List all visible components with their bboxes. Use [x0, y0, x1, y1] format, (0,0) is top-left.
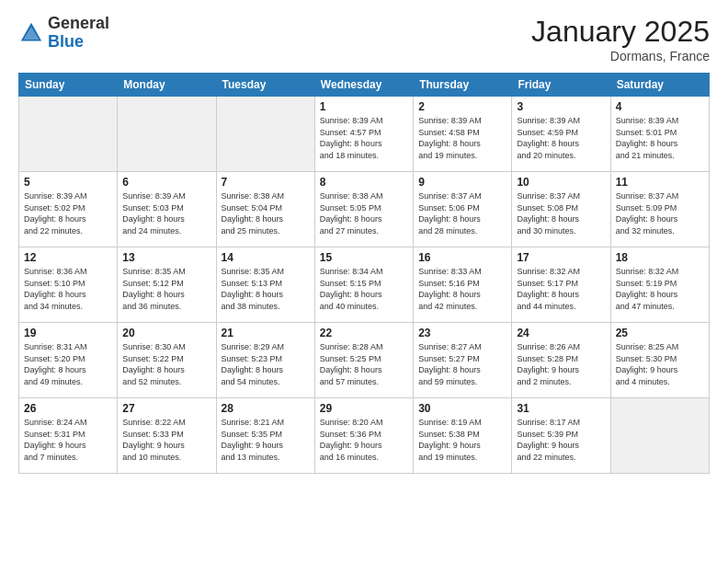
day-info: Sunrise: 8:32 AM Sunset: 5:19 PM Dayligh…	[616, 266, 704, 312]
col-header-tuesday: Tuesday	[216, 74, 314, 97]
day-info: Sunrise: 8:26 AM Sunset: 5:28 PM Dayligh…	[517, 341, 605, 387]
calendar-cell: 22Sunrise: 8:28 AM Sunset: 5:25 PM Dayli…	[314, 323, 413, 398]
day-number: 23	[418, 327, 506, 339]
calendar-cell: 10Sunrise: 8:37 AM Sunset: 5:08 PM Dayli…	[512, 172, 610, 247]
calendar-cell: 30Sunrise: 8:19 AM Sunset: 5:38 PM Dayli…	[414, 398, 512, 474]
day-number: 20	[122, 327, 210, 339]
day-info: Sunrise: 8:37 AM Sunset: 5:06 PM Dayligh…	[418, 190, 506, 236]
week-row-5: 26Sunrise: 8:24 AM Sunset: 5:31 PM Dayli…	[19, 398, 710, 474]
calendar-cell: 6Sunrise: 8:39 AM Sunset: 5:03 PM Daylig…	[118, 172, 216, 247]
day-number: 9	[418, 176, 506, 189]
calendar-cell	[19, 97, 118, 172]
calendar-cell: 18Sunrise: 8:32 AM Sunset: 5:19 PM Dayli…	[610, 247, 709, 323]
calendar-cell: 3Sunrise: 8:39 AM Sunset: 4:59 PM Daylig…	[512, 97, 610, 172]
day-number: 27	[122, 402, 210, 415]
day-number: 30	[418, 402, 506, 415]
day-number: 5	[24, 176, 112, 189]
day-info: Sunrise: 8:32 AM Sunset: 5:17 PM Dayligh…	[517, 266, 605, 312]
day-number: 8	[320, 176, 408, 189]
day-number: 28	[222, 402, 310, 415]
day-number: 13	[122, 251, 210, 264]
logo-icon	[18, 20, 44, 46]
day-info: Sunrise: 8:37 AM Sunset: 5:09 PM Dayligh…	[616, 190, 704, 236]
calendar-cell: 15Sunrise: 8:34 AM Sunset: 5:15 PM Dayli…	[314, 247, 413, 323]
day-info: Sunrise: 8:39 AM Sunset: 4:58 PM Dayligh…	[418, 115, 506, 161]
calendar-cell: 25Sunrise: 8:25 AM Sunset: 5:30 PM Dayli…	[610, 323, 709, 398]
day-info: Sunrise: 8:21 AM Sunset: 5:35 PM Dayligh…	[222, 417, 310, 463]
col-header-saturday: Saturday	[610, 74, 709, 97]
calendar-cell	[118, 97, 216, 172]
day-info: Sunrise: 8:29 AM Sunset: 5:23 PM Dayligh…	[222, 341, 310, 387]
day-info: Sunrise: 8:27 AM Sunset: 5:27 PM Dayligh…	[418, 341, 506, 387]
calendar-cell: 7Sunrise: 8:38 AM Sunset: 5:04 PM Daylig…	[216, 172, 314, 247]
calendar-cell: 13Sunrise: 8:35 AM Sunset: 5:12 PM Dayli…	[118, 247, 216, 323]
day-info: Sunrise: 8:34 AM Sunset: 5:15 PM Dayligh…	[320, 266, 408, 312]
month-title: January 2025	[531, 15, 710, 49]
day-number: 2	[418, 100, 506, 113]
calendar-cell: 21Sunrise: 8:29 AM Sunset: 5:23 PM Dayli…	[216, 323, 314, 398]
day-info: Sunrise: 8:39 AM Sunset: 4:57 PM Dayligh…	[320, 115, 408, 161]
week-row-3: 12Sunrise: 8:36 AM Sunset: 5:10 PM Dayli…	[19, 247, 710, 323]
day-info: Sunrise: 8:24 AM Sunset: 5:31 PM Dayligh…	[24, 417, 112, 463]
calendar-cell	[610, 398, 709, 474]
day-info: Sunrise: 8:39 AM Sunset: 5:02 PM Dayligh…	[24, 190, 112, 236]
col-header-friday: Friday	[512, 74, 610, 97]
calendar-cell: 31Sunrise: 8:17 AM Sunset: 5:39 PM Dayli…	[512, 398, 610, 474]
day-info: Sunrise: 8:17 AM Sunset: 5:39 PM Dayligh…	[517, 417, 605, 463]
calendar-cell: 24Sunrise: 8:26 AM Sunset: 5:28 PM Dayli…	[512, 323, 610, 398]
calendar-cell: 23Sunrise: 8:27 AM Sunset: 5:27 PM Dayli…	[414, 323, 512, 398]
day-number: 26	[24, 402, 112, 415]
day-info: Sunrise: 8:19 AM Sunset: 5:38 PM Dayligh…	[418, 417, 506, 463]
day-info: Sunrise: 8:38 AM Sunset: 5:04 PM Dayligh…	[222, 190, 310, 236]
calendar-cell: 4Sunrise: 8:39 AM Sunset: 5:01 PM Daylig…	[610, 97, 709, 172]
logo-blue: Blue	[48, 33, 109, 52]
day-number: 7	[222, 176, 310, 189]
day-number: 25	[616, 327, 704, 339]
title-block: January 2025 Dormans, France	[531, 15, 710, 63]
calendar-cell: 20Sunrise: 8:30 AM Sunset: 5:22 PM Dayli…	[118, 323, 216, 398]
day-number: 1	[320, 100, 408, 113]
day-number: 21	[222, 327, 310, 339]
calendar-cell: 17Sunrise: 8:32 AM Sunset: 5:17 PM Dayli…	[512, 247, 610, 323]
col-header-wednesday: Wednesday	[314, 74, 413, 97]
day-number: 6	[122, 176, 210, 189]
day-number: 14	[222, 251, 310, 264]
week-row-1: 1Sunrise: 8:39 AM Sunset: 4:57 PM Daylig…	[19, 97, 710, 172]
calendar-cell: 2Sunrise: 8:39 AM Sunset: 4:58 PM Daylig…	[414, 97, 512, 172]
col-header-monday: Monday	[118, 74, 216, 97]
day-info: Sunrise: 8:38 AM Sunset: 5:05 PM Dayligh…	[320, 190, 408, 236]
day-info: Sunrise: 8:39 AM Sunset: 5:01 PM Dayligh…	[616, 115, 704, 161]
day-number: 3	[517, 100, 605, 113]
day-number: 10	[517, 176, 605, 189]
page: General Blue January 2025 Dormans, Franc…	[0, 0, 728, 563]
calendar: SundayMondayTuesdayWednesdayThursdayFrid…	[18, 73, 710, 474]
logo-text: General Blue	[48, 15, 109, 52]
calendar-cell: 14Sunrise: 8:35 AM Sunset: 5:13 PM Dayli…	[216, 247, 314, 323]
calendar-cell: 27Sunrise: 8:22 AM Sunset: 5:33 PM Dayli…	[118, 398, 216, 474]
calendar-cell: 11Sunrise: 8:37 AM Sunset: 5:09 PM Dayli…	[610, 172, 709, 247]
day-info: Sunrise: 8:35 AM Sunset: 5:12 PM Dayligh…	[122, 266, 210, 312]
day-number: 24	[517, 327, 605, 339]
day-info: Sunrise: 8:35 AM Sunset: 5:13 PM Dayligh…	[222, 266, 310, 312]
day-info: Sunrise: 8:20 AM Sunset: 5:36 PM Dayligh…	[320, 417, 408, 463]
day-info: Sunrise: 8:39 AM Sunset: 5:03 PM Dayligh…	[122, 190, 210, 236]
col-header-sunday: Sunday	[19, 74, 118, 97]
calendar-cell	[216, 97, 314, 172]
day-number: 11	[616, 176, 704, 189]
calendar-cell: 26Sunrise: 8:24 AM Sunset: 5:31 PM Dayli…	[19, 398, 118, 474]
day-number: 15	[320, 251, 408, 264]
location: Dormans, France	[531, 49, 710, 63]
calendar-cell: 12Sunrise: 8:36 AM Sunset: 5:10 PM Dayli…	[19, 247, 118, 323]
day-number: 31	[517, 402, 605, 415]
calendar-cell: 19Sunrise: 8:31 AM Sunset: 5:20 PM Dayli…	[19, 323, 118, 398]
day-number: 17	[517, 251, 605, 264]
calendar-cell: 9Sunrise: 8:37 AM Sunset: 5:06 PM Daylig…	[414, 172, 512, 247]
day-info: Sunrise: 8:37 AM Sunset: 5:08 PM Dayligh…	[517, 190, 605, 236]
calendar-header-row: SundayMondayTuesdayWednesdayThursdayFrid…	[19, 74, 710, 97]
day-number: 18	[616, 251, 704, 264]
calendar-cell: 1Sunrise: 8:39 AM Sunset: 4:57 PM Daylig…	[314, 97, 413, 172]
week-row-2: 5Sunrise: 8:39 AM Sunset: 5:02 PM Daylig…	[19, 172, 710, 247]
day-number: 12	[24, 251, 112, 264]
day-info: Sunrise: 8:31 AM Sunset: 5:20 PM Dayligh…	[24, 341, 112, 387]
day-number: 4	[616, 100, 704, 113]
